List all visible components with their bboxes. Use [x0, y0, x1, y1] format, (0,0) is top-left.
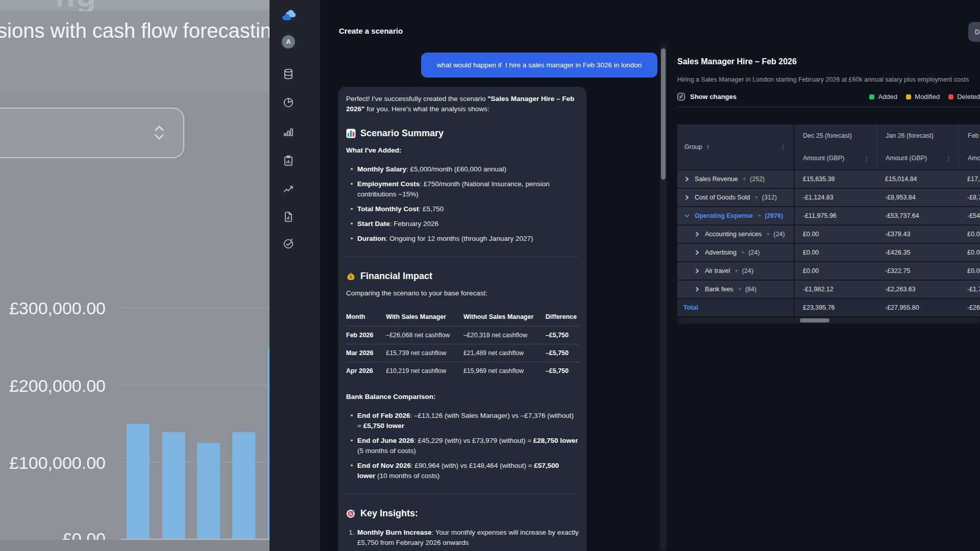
y-axis-tick-label: £200,000.00: [0, 376, 106, 396]
row-group-label: Total: [683, 304, 698, 311]
amount-cell: -£322.75: [877, 262, 959, 280]
amount-cell: £0.00: [795, 244, 877, 261]
row-expand-icon[interactable]: [695, 287, 700, 292]
table-row[interactable]: Bank fees+(84)-£1,982.12-£2,263.63-£1,74: [677, 280, 980, 298]
amount-cell: -£8,953.84: [877, 189, 959, 206]
forecast-grid: Group ↑ ⋮ Dec 25 (forecast)Amount (GBP)⋮…: [677, 124, 980, 323]
divider: [346, 494, 579, 494]
row-expand-icon[interactable]: [695, 250, 700, 255]
value-column-header[interactable]: Dec 25 (forecast)Amount (GBP)⋮: [795, 124, 877, 169]
add-item-icon[interactable]: +: [754, 194, 758, 201]
column-menu-icon[interactable]: ⋮: [945, 155, 952, 162]
row-expand-icon[interactable]: [695, 268, 700, 273]
column-menu-icon[interactable]: ⋮: [863, 155, 870, 162]
col-header: Without Sales Manager: [463, 309, 546, 327]
legend-dot-icon: [869, 94, 874, 99]
divider: [677, 107, 980, 107]
table-row[interactable]: Accounting services+(24)£0.00-£378.43£0.…: [677, 224, 980, 243]
value-column-header[interactable]: Feb 2Amount (GBP)⋮: [959, 124, 980, 169]
table-row[interactable]: Cost of Goods Sold+(312)-£1,124.83-£8,95…: [677, 188, 980, 206]
add-item-icon[interactable]: +: [734, 267, 738, 274]
row-expand-icon[interactable]: [684, 177, 690, 182]
add-item-icon[interactable]: +: [757, 212, 761, 219]
row-count-badge: (24): [742, 267, 753, 274]
amount-cell: -£426.35: [877, 244, 959, 261]
amount-cell: £0.00: [795, 262, 877, 280]
table-row[interactable]: Air travel+(24)£0.00-£322.75£0.00: [677, 261, 980, 280]
row-expand-icon[interactable]: [684, 213, 690, 218]
key-insights-heading: Key Insights:: [346, 508, 579, 518]
column-menu-icon[interactable]: ⋮: [780, 144, 787, 151]
row-group-label: Operating Expense: [695, 212, 753, 219]
money-bag-emoji-icon: $: [346, 271, 356, 281]
top-right-button[interactable]: Do: [968, 22, 980, 42]
target-emoji-icon: [346, 509, 356, 518]
cloud-logo-icon[interactable]: [281, 8, 296, 22]
amount-column-label: Amount (GBP): [968, 155, 980, 162]
table-row[interactable]: Advertising+(24)£0.00-£426.35£0.00: [677, 243, 980, 261]
scenario-subtitle: Hiring a Sales Manager in London startin…: [677, 76, 980, 83]
chart-bar: [197, 443, 220, 539]
amount-cell: -£54,: [959, 207, 980, 224]
list-item: Duration: Ongoing for 12 months (through…: [357, 234, 579, 244]
grid-horizontal-scrollbar[interactable]: [677, 317, 980, 323]
row-count-badge: (2976): [765, 212, 783, 219]
line-chart-icon[interactable]: [281, 182, 296, 196]
group-column-header[interactable]: Group ↑ ⋮: [677, 124, 795, 169]
value-column-header[interactable]: Jan 26 (forecast)Amount (GBP)⋮: [877, 124, 959, 169]
hero-heading: sions with cash flow forecastin: [0, 19, 270, 42]
list-item: Employment Costs: £750/month (National I…: [357, 179, 579, 199]
list-item: Monthly Burn Increase: Your monthly expe…: [357, 528, 579, 548]
add-item-icon[interactable]: +: [741, 249, 745, 256]
amount-cell: -£8,78: [959, 189, 980, 206]
app-sidebar: A: [270, 0, 320, 551]
clipboard-report-icon[interactable]: [281, 154, 296, 168]
gridline: [120, 385, 270, 386]
chart-bar: [127, 424, 150, 539]
chat-scrollbar[interactable]: [660, 43, 667, 551]
legend-label: Modified: [915, 93, 940, 101]
show-changes-label: Show changes: [690, 93, 737, 101]
database-icon[interactable]: [281, 67, 296, 81]
background-page: ng sions with cash flow forecastin £300,…: [0, 0, 270, 551]
column-group-label: Dec 25 (forecast): [803, 132, 852, 139]
scenario-title: Sales Manager Hire – Feb 2026: [677, 57, 980, 66]
column-group-label: Feb 2: [968, 132, 980, 139]
row-count-badge: (24): [773, 231, 785, 238]
ghost-heading-fragment: ng: [55, 0, 97, 11]
add-item-icon[interactable]: +: [766, 231, 770, 238]
avatar-initial: A: [282, 35, 295, 48]
row-group-label: Cost of Goods Sold: [695, 194, 750, 201]
changes-legend: AddedModifiedDeleted: [869, 93, 980, 101]
amount-cell: £0.00: [959, 244, 980, 261]
add-item-icon[interactable]: +: [743, 176, 746, 183]
amount-cell: £15,014.84: [877, 170, 959, 188]
table-row[interactable]: Total£23,395.76-£27,955.80-£26,: [677, 298, 980, 316]
col-header: With Sales Manager: [386, 309, 463, 327]
column-group-label: Jan 26 (forecast): [886, 132, 934, 139]
amount-cell: -£2,263.63: [877, 281, 959, 298]
y-axis-tick-label: £100,000.00: [0, 453, 106, 473]
pie-chart-icon[interactable]: [281, 95, 296, 110]
list-item: End of June 2026: £45,229 (with) vs £73,…: [357, 436, 579, 456]
user-avatar[interactable]: A: [281, 35, 296, 49]
select-chevrons-icon[interactable]: [153, 123, 165, 142]
target-goal-icon[interactable]: [281, 237, 296, 251]
table-row[interactable]: Sales Revenue+(252)£15,635.38£15,014.84£…: [677, 169, 980, 188]
row-expand-icon[interactable]: [684, 195, 690, 200]
table-row[interactable]: Operating Expense+(2976)-£11,975.96-£53,…: [677, 206, 980, 224]
svg-text:$: $: [350, 274, 352, 280]
divider: [346, 257, 579, 257]
document-report-icon[interactable]: [281, 210, 296, 224]
show-changes-checkbox[interactable]: ✓: [677, 93, 685, 101]
add-item-icon[interactable]: +: [738, 286, 742, 293]
chat-scrollbar-thumb[interactable]: [661, 48, 666, 180]
grid-hscrollbar-thumb[interactable]: [800, 318, 829, 322]
bar-chart-icon[interactable]: [281, 125, 296, 139]
row-expand-icon[interactable]: [695, 232, 700, 237]
amount-cell: £0.00: [959, 226, 980, 243]
row-group-label: Sales Revenue: [695, 176, 738, 183]
table-row: Apr 2026 £10,219 net cashflow £15,969 ne…: [346, 362, 579, 380]
scenario-panel: Sales Manager Hire – Feb 2026 Hiring a S…: [677, 54, 980, 323]
page-title: Create a scenario: [339, 27, 403, 35]
